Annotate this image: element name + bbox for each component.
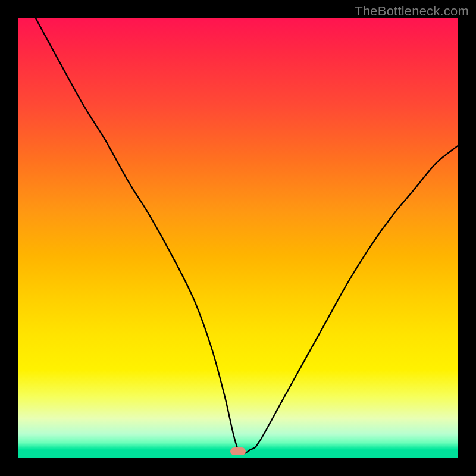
plot-area xyxy=(18,18,458,458)
bottleneck-curve xyxy=(18,18,458,458)
bottleneck-curve-path xyxy=(36,18,458,453)
watermark-text: TheBottleneck.com xyxy=(355,4,469,19)
chart-frame: TheBottleneck.com xyxy=(0,0,476,476)
optimal-point-marker xyxy=(230,447,246,455)
